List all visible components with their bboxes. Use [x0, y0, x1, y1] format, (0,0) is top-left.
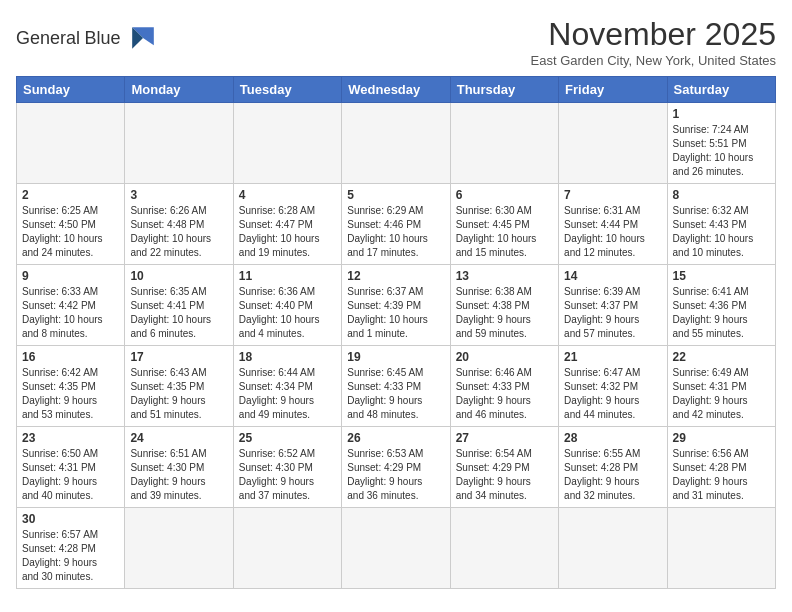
- day-number: 12: [347, 269, 444, 283]
- calendar-day-cell: 21Sunrise: 6:47 AM Sunset: 4:32 PM Dayli…: [559, 346, 667, 427]
- day-number: 25: [239, 431, 336, 445]
- day-info: Sunrise: 6:42 AM Sunset: 4:35 PM Dayligh…: [22, 366, 119, 422]
- calendar-day-cell: [233, 103, 341, 184]
- day-info: Sunrise: 6:29 AM Sunset: 4:46 PM Dayligh…: [347, 204, 444, 260]
- day-info: Sunrise: 6:54 AM Sunset: 4:29 PM Dayligh…: [456, 447, 553, 503]
- weekday-header-sunday: Sunday: [17, 77, 125, 103]
- calendar-day-cell: 8Sunrise: 6:32 AM Sunset: 4:43 PM Daylig…: [667, 184, 775, 265]
- day-number: 13: [456, 269, 553, 283]
- calendar-day-cell: 13Sunrise: 6:38 AM Sunset: 4:38 PM Dayli…: [450, 265, 558, 346]
- page: General Blue November 2025 East Garden C…: [0, 0, 792, 599]
- day-number: 2: [22, 188, 119, 202]
- day-number: 3: [130, 188, 227, 202]
- day-info: Sunrise: 6:47 AM Sunset: 4:32 PM Dayligh…: [564, 366, 661, 422]
- day-number: 22: [673, 350, 770, 364]
- weekday-header-friday: Friday: [559, 77, 667, 103]
- day-info: Sunrise: 6:33 AM Sunset: 4:42 PM Dayligh…: [22, 285, 119, 341]
- day-number: 5: [347, 188, 444, 202]
- weekday-header-tuesday: Tuesday: [233, 77, 341, 103]
- calendar-day-cell: 25Sunrise: 6:52 AM Sunset: 4:30 PM Dayli…: [233, 427, 341, 508]
- calendar-day-cell: 9Sunrise: 6:33 AM Sunset: 4:42 PM Daylig…: [17, 265, 125, 346]
- day-number: 10: [130, 269, 227, 283]
- day-info: Sunrise: 6:55 AM Sunset: 4:28 PM Dayligh…: [564, 447, 661, 503]
- calendar-week-2: 2Sunrise: 6:25 AM Sunset: 4:50 PM Daylig…: [17, 184, 776, 265]
- calendar-day-cell: 5Sunrise: 6:29 AM Sunset: 4:46 PM Daylig…: [342, 184, 450, 265]
- day-number: 11: [239, 269, 336, 283]
- calendar-day-cell: 1Sunrise: 7:24 AM Sunset: 5:51 PM Daylig…: [667, 103, 775, 184]
- day-number: 18: [239, 350, 336, 364]
- logo-text-block: General Blue: [16, 28, 121, 49]
- generalblue-logo-icon: [125, 20, 161, 56]
- day-info: Sunrise: 6:44 AM Sunset: 4:34 PM Dayligh…: [239, 366, 336, 422]
- day-number: 21: [564, 350, 661, 364]
- calendar-day-cell: 16Sunrise: 6:42 AM Sunset: 4:35 PM Dayli…: [17, 346, 125, 427]
- weekday-row: SundayMondayTuesdayWednesdayThursdayFrid…: [17, 77, 776, 103]
- calendar-day-cell: 24Sunrise: 6:51 AM Sunset: 4:30 PM Dayli…: [125, 427, 233, 508]
- day-info: Sunrise: 6:30 AM Sunset: 4:45 PM Dayligh…: [456, 204, 553, 260]
- header: General Blue November 2025 East Garden C…: [16, 16, 776, 68]
- calendar-day-cell: 4Sunrise: 6:28 AM Sunset: 4:47 PM Daylig…: [233, 184, 341, 265]
- day-info: Sunrise: 6:31 AM Sunset: 4:44 PM Dayligh…: [564, 204, 661, 260]
- day-number: 16: [22, 350, 119, 364]
- calendar-day-cell: 26Sunrise: 6:53 AM Sunset: 4:29 PM Dayli…: [342, 427, 450, 508]
- day-info: Sunrise: 6:35 AM Sunset: 4:41 PM Dayligh…: [130, 285, 227, 341]
- calendar-day-cell: 28Sunrise: 6:55 AM Sunset: 4:28 PM Dayli…: [559, 427, 667, 508]
- calendar-day-cell: 3Sunrise: 6:26 AM Sunset: 4:48 PM Daylig…: [125, 184, 233, 265]
- calendar-day-cell: 17Sunrise: 6:43 AM Sunset: 4:35 PM Dayli…: [125, 346, 233, 427]
- calendar-day-cell: 15Sunrise: 6:41 AM Sunset: 4:36 PM Dayli…: [667, 265, 775, 346]
- day-info: Sunrise: 6:45 AM Sunset: 4:33 PM Dayligh…: [347, 366, 444, 422]
- day-number: 30: [22, 512, 119, 526]
- calendar-day-cell: [559, 103, 667, 184]
- weekday-header-thursday: Thursday: [450, 77, 558, 103]
- logo-line1: General: [16, 28, 80, 48]
- calendar-day-cell: 7Sunrise: 6:31 AM Sunset: 4:44 PM Daylig…: [559, 184, 667, 265]
- calendar-table: SundayMondayTuesdayWednesdayThursdayFrid…: [16, 76, 776, 589]
- day-number: 17: [130, 350, 227, 364]
- day-number: 6: [456, 188, 553, 202]
- calendar-week-1: 1Sunrise: 7:24 AM Sunset: 5:51 PM Daylig…: [17, 103, 776, 184]
- day-info: Sunrise: 6:51 AM Sunset: 4:30 PM Dayligh…: [130, 447, 227, 503]
- calendar-week-4: 16Sunrise: 6:42 AM Sunset: 4:35 PM Dayli…: [17, 346, 776, 427]
- day-info: Sunrise: 6:41 AM Sunset: 4:36 PM Dayligh…: [673, 285, 770, 341]
- calendar-day-cell: [125, 103, 233, 184]
- logo-line2: Blue: [85, 28, 121, 48]
- calendar-day-cell: 10Sunrise: 6:35 AM Sunset: 4:41 PM Dayli…: [125, 265, 233, 346]
- day-number: 24: [130, 431, 227, 445]
- day-info: Sunrise: 6:28 AM Sunset: 4:47 PM Dayligh…: [239, 204, 336, 260]
- subtitle: East Garden City, New York, United State…: [531, 53, 776, 68]
- calendar-day-cell: 19Sunrise: 6:45 AM Sunset: 4:33 PM Dayli…: [342, 346, 450, 427]
- day-info: Sunrise: 6:37 AM Sunset: 4:39 PM Dayligh…: [347, 285, 444, 341]
- calendar-day-cell: [233, 508, 341, 589]
- day-info: Sunrise: 7:24 AM Sunset: 5:51 PM Dayligh…: [673, 123, 770, 179]
- day-info: Sunrise: 6:56 AM Sunset: 4:28 PM Dayligh…: [673, 447, 770, 503]
- day-number: 1: [673, 107, 770, 121]
- calendar-day-cell: [667, 508, 775, 589]
- weekday-header-saturday: Saturday: [667, 77, 775, 103]
- day-number: 15: [673, 269, 770, 283]
- calendar-header: SundayMondayTuesdayWednesdayThursdayFrid…: [17, 77, 776, 103]
- day-number: 9: [22, 269, 119, 283]
- day-number: 29: [673, 431, 770, 445]
- month-title: November 2025: [531, 16, 776, 53]
- day-info: Sunrise: 6:52 AM Sunset: 4:30 PM Dayligh…: [239, 447, 336, 503]
- day-number: 27: [456, 431, 553, 445]
- day-number: 20: [456, 350, 553, 364]
- calendar-day-cell: [17, 103, 125, 184]
- calendar-day-cell: [125, 508, 233, 589]
- calendar-day-cell: 30Sunrise: 6:57 AM Sunset: 4:28 PM Dayli…: [17, 508, 125, 589]
- day-info: Sunrise: 6:53 AM Sunset: 4:29 PM Dayligh…: [347, 447, 444, 503]
- day-info: Sunrise: 6:39 AM Sunset: 4:37 PM Dayligh…: [564, 285, 661, 341]
- calendar-day-cell: [342, 103, 450, 184]
- title-block: November 2025 East Garden City, New York…: [531, 16, 776, 68]
- calendar-day-cell: 29Sunrise: 6:56 AM Sunset: 4:28 PM Dayli…: [667, 427, 775, 508]
- calendar-day-cell: [559, 508, 667, 589]
- day-info: Sunrise: 6:38 AM Sunset: 4:38 PM Dayligh…: [456, 285, 553, 341]
- day-number: 23: [22, 431, 119, 445]
- calendar-day-cell: 6Sunrise: 6:30 AM Sunset: 4:45 PM Daylig…: [450, 184, 558, 265]
- calendar-body: 1Sunrise: 7:24 AM Sunset: 5:51 PM Daylig…: [17, 103, 776, 589]
- day-number: 7: [564, 188, 661, 202]
- calendar-week-3: 9Sunrise: 6:33 AM Sunset: 4:42 PM Daylig…: [17, 265, 776, 346]
- day-info: Sunrise: 6:36 AM Sunset: 4:40 PM Dayligh…: [239, 285, 336, 341]
- calendar-day-cell: [450, 508, 558, 589]
- weekday-header-monday: Monday: [125, 77, 233, 103]
